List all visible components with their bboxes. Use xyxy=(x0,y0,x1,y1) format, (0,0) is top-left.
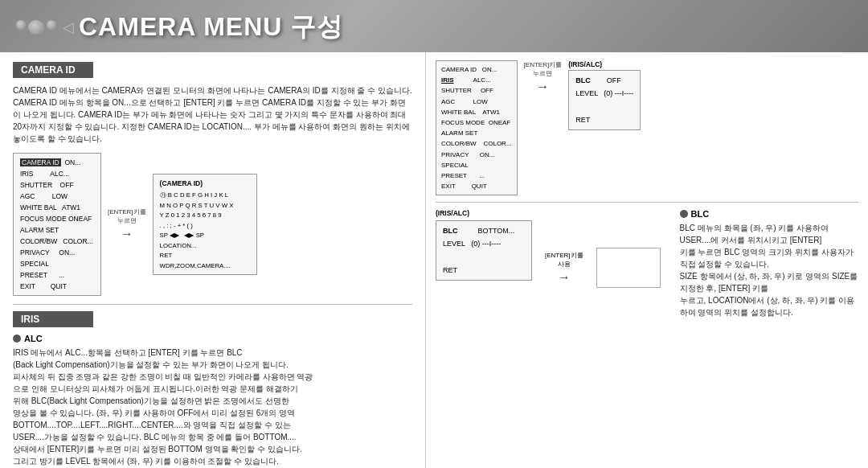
header: ◁ CAMERA MENU 구성 xyxy=(0,0,868,52)
content-area: CAMERA ID CAMERA ID 메뉴에서는 CAMERA와 연결된 모니… xyxy=(0,52,868,468)
blc-bullet-label: BLC xyxy=(680,209,858,219)
arrow-icon-2: → xyxy=(536,80,549,94)
right-menu-box: CAMERA ID ON... IRIS ALC... SHUTTER OFF … xyxy=(436,60,518,195)
bottom-right-area: (IRIS/ALC) BLC BOTTOM... LEVEL (0) ---I-… xyxy=(436,209,858,326)
alc-body: IRIS 메뉴에서 ALC...항목을 선택하고 [ENTER] 키를 누르면 … xyxy=(13,347,412,467)
iris-section: IRIS ALC IRIS 메뉴에서 ALC...항목을 선택하고 [ENTER… xyxy=(13,311,412,467)
top-right-diagram: CAMERA ID ON... IRIS ALC... SHUTTER OFF … xyxy=(436,60,858,195)
bubble-2 xyxy=(28,20,44,35)
alc-bullet-label: ALC xyxy=(13,334,412,343)
divider-2 xyxy=(436,202,858,203)
arrow-enter-2: [ENTER]키를누르면 → xyxy=(524,60,563,94)
camera-id-header: CAMERA ID xyxy=(13,62,93,78)
page-container: ◁ CAMERA MENU 구성 CAMERA ID CAMERA ID 메뉴에… xyxy=(0,0,868,468)
alc-label-text: ALC xyxy=(24,334,43,343)
iris-header: IRIS xyxy=(13,311,93,327)
divider-1 xyxy=(13,304,412,305)
bubble-1 xyxy=(16,20,26,30)
camera-id-body: CAMERA ID 메뉴에서는 CAMERA와 연결된 모니터의 화면에 나타나… xyxy=(13,84,412,145)
camera-id-diagram: CAMERA ID ON... IRIS ALC... SHUTTER OFF … xyxy=(13,153,412,296)
white-preview-area xyxy=(596,209,661,326)
enter-label-2: [ENTER]키를누르면 xyxy=(524,60,563,78)
enter-label-3: [ENTER]키를사용 xyxy=(545,251,583,269)
iris-alc-bottom-box: BLC BOTTOM... LEVEL (0) ---I---- RET xyxy=(436,220,532,281)
preview-box xyxy=(596,248,661,288)
arrow-icon-1: → xyxy=(121,227,133,241)
alc-bullet-icon xyxy=(13,335,21,343)
iris-alc-result: (IRIS/ALC) BLC OFF LEVEL (0) ---I---- RE… xyxy=(568,60,641,130)
menu-item-camera-id: CAMERA ID xyxy=(20,158,61,166)
bubble-3 xyxy=(47,20,56,30)
speaker-icon: ◁ xyxy=(63,18,74,36)
left-panel: CAMERA ID CAMERA ID 메뉴에서는 CAMERA와 연결된 모니… xyxy=(0,52,426,468)
page-title: CAMERA MENU 구성 xyxy=(79,10,343,45)
arrow-enter-1: [ENTER]키를누르면 → xyxy=(108,207,146,241)
camera-id-popup: (CAMERA ID) ㉮ B C D E F G H I J K L M N … xyxy=(153,174,257,275)
iris-alc-box: BLC OFF LEVEL (0) ---I---- RET xyxy=(568,70,641,130)
right-panel: CAMERA ID ON... IRIS ALC... SHUTTER OFF … xyxy=(426,52,868,468)
camera-id-section: CAMERA ID CAMERA ID 메뉴에서는 CAMERA와 연결된 모니… xyxy=(13,62,412,296)
bottom-right-diagram: (IRIS/ALC) BLC BOTTOM... LEVEL (0) ---I-… xyxy=(436,209,532,317)
left-menu-box: CAMERA ID ON... IRIS ALC... SHUTTER OFF … xyxy=(13,153,101,296)
blc-label-text: BLC xyxy=(691,209,710,219)
blc-bullet-icon xyxy=(680,210,688,218)
blc-text-area: BLC BLC 메뉴의 화목을 (좌, 우) 키를 사용하여 USER....에… xyxy=(674,209,858,326)
header-decoration: ◁ xyxy=(16,18,79,36)
bottom-arrow-area: [ENTER]키를사용 → xyxy=(545,209,583,326)
enter-label-1: [ENTER]키를누르면 xyxy=(108,207,146,225)
blc-body: BLC 메뉴의 화목을 (좌, 우) 키를 사용하여 USER....에 커서를… xyxy=(680,222,858,318)
arrow-icon-3: → xyxy=(558,270,571,285)
